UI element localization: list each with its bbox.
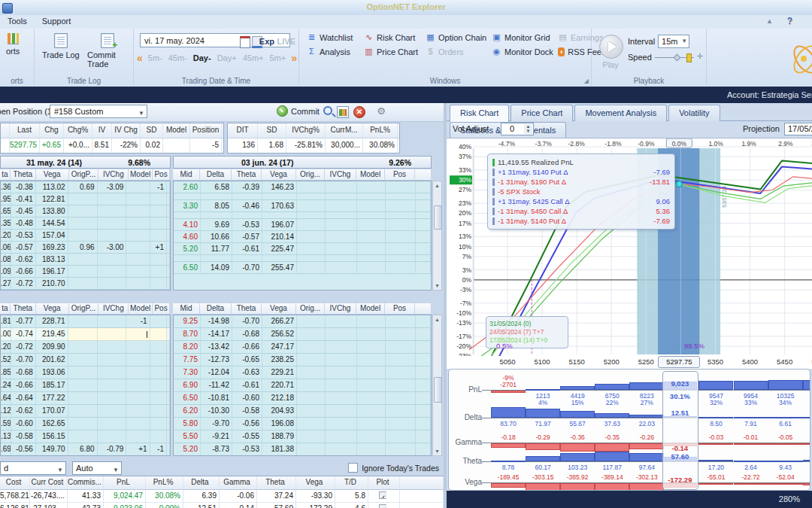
option-cell[interactable] xyxy=(98,278,127,290)
option-cell[interactable]: .08 xyxy=(1,254,11,266)
col-header-Theta[interactable]: Theta xyxy=(11,169,36,181)
option-cell[interactable]: -0.57 xyxy=(232,231,262,243)
option-row[interactable]: .00-0.74219.45 xyxy=(1,328,170,341)
trading-date-input[interactable]: vi. 17 may. 2024 Exp LIVE xyxy=(140,33,290,47)
option-cell[interactable]: -0.70 xyxy=(232,262,262,274)
col-header-Model[interactable]: Model xyxy=(129,169,153,181)
calendar-icon[interactable] xyxy=(240,36,250,48)
calls-scrollbar[interactable]: ▲ ▼ xyxy=(432,181,442,291)
option-cell[interactable] xyxy=(357,341,386,354)
option-row[interactable]: 6.20-10.30-0.58204.93 xyxy=(174,405,431,418)
option-cell[interactable] xyxy=(386,243,416,255)
option-cell[interactable] xyxy=(98,418,127,430)
nav-Day-[interactable]: Day- xyxy=(193,53,211,62)
option-cell[interactable]: -0.65 xyxy=(232,354,262,367)
option-cell[interactable] xyxy=(68,254,98,266)
option-cell[interactable] xyxy=(150,230,167,242)
price-chart-button[interactable]: ▥Price Chart xyxy=(364,47,426,56)
option-cell[interactable]: 256.52 xyxy=(262,328,297,341)
ribbon-collapse-icon[interactable]: ▲ xyxy=(766,17,773,25)
stepper-down-icon[interactable]: ▼ xyxy=(524,129,532,134)
option-cell[interactable]: -0.58 xyxy=(11,430,36,443)
col-header-IVChg[interactable]: IVChg xyxy=(325,169,356,181)
option-cell[interactable]: -0.77 xyxy=(11,315,36,328)
nav-5m-[interactable]: 5m- xyxy=(148,53,162,62)
option-cell[interactable] xyxy=(326,379,357,392)
option-cell[interactable] xyxy=(386,443,416,456)
option-cell[interactable]: 156.15 xyxy=(36,430,68,443)
option-cell[interactable] xyxy=(357,430,386,443)
option-cell[interactable]: 188.79 xyxy=(262,430,297,443)
option-cell[interactable] xyxy=(297,212,326,219)
option-cell[interactable]: -0.62 xyxy=(11,405,36,418)
option-row[interactable]: .12-0.62170.07 xyxy=(1,405,170,418)
option-cell[interactable] xyxy=(386,392,416,405)
option-cell[interactable]: .65 xyxy=(1,205,11,217)
summary-value-cell[interactable]: -25.81% xyxy=(286,138,326,153)
option-cell[interactable]: .09 xyxy=(1,266,11,278)
nav-forward-icon[interactable]: » xyxy=(291,52,297,64)
option-cell[interactable]: -13.42 xyxy=(201,341,232,354)
option-row[interactable]: 8.20-13.42-0.66247.17 xyxy=(174,341,431,354)
option-cell[interactable] xyxy=(326,200,357,212)
option-cell[interactable] xyxy=(150,193,167,205)
option-cell[interactable] xyxy=(68,367,98,379)
option-row[interactable]: 2.606.58-0.39146.23 xyxy=(174,181,431,193)
option-cell[interactable] xyxy=(386,231,416,243)
option-cell[interactable]: 238.25 xyxy=(262,354,297,367)
option-cell[interactable] xyxy=(386,379,416,392)
option-cell[interactable] xyxy=(232,255,262,262)
commit-button[interactable]: Commit xyxy=(277,105,320,117)
option-cell[interactable] xyxy=(68,193,98,205)
option-row[interactable]: .52-0.70201.62 xyxy=(1,354,170,367)
nav-45m-[interactable]: 45m- xyxy=(168,53,187,62)
option-row[interactable]: 5.2011.77-0.61225.47 xyxy=(174,243,431,255)
option-cell[interactable]: .95 xyxy=(1,193,11,205)
col-header-Model[interactable]: Model xyxy=(356,303,385,315)
option-cell[interactable] xyxy=(98,205,127,217)
option-cell[interactable] xyxy=(326,392,357,405)
option-cell[interactable] xyxy=(297,255,326,262)
option-cell[interactable]: 9.69 xyxy=(201,219,232,231)
option-cell[interactable]: -1 xyxy=(126,315,150,328)
totals-row[interactable]: 5,768.21-26,743....41.339,024.4730.08%6.… xyxy=(0,490,444,503)
option-cell[interactable] xyxy=(68,354,98,367)
option-cell[interactable] xyxy=(357,328,386,341)
tab-movement-analysis[interactable]: Movement Analysis xyxy=(574,105,667,121)
option-row[interactable]: .20-0.72209.90 xyxy=(1,341,170,354)
option-cell[interactable] xyxy=(326,243,357,255)
option-cell[interactable]: -11.42 xyxy=(201,379,232,392)
option-cell[interactable]: -0.72 xyxy=(11,341,36,354)
option-cell[interactable]: -0.53 xyxy=(11,230,36,242)
option-row[interactable]: .81-0.77228.71-1 xyxy=(1,315,170,328)
option-cell[interactable] xyxy=(232,193,262,200)
option-cell[interactable]: 5.20 xyxy=(174,443,201,456)
summary-value-cell[interactable]: 8.51 xyxy=(92,138,112,153)
option-cell[interactable]: 5.20 xyxy=(174,243,201,255)
option-cell[interactable] xyxy=(98,405,127,418)
summary-value-cell[interactable]: 136 xyxy=(228,138,258,153)
option-row[interactable]: 5.20-8.73-0.53181.38 xyxy=(174,443,431,456)
summary-value-cell[interactable]: +0.0... xyxy=(64,138,92,153)
monitor-dock-button[interactable]: ◉Monitor Dock xyxy=(492,47,558,56)
nav-5m+[interactable]: 5m+ xyxy=(269,53,286,62)
option-cell[interactable] xyxy=(297,354,326,367)
summary-header-cell[interactable]: IV xyxy=(92,123,112,138)
option-cell[interactable]: 5.50 xyxy=(174,430,201,443)
option-cell[interactable]: -0.61 xyxy=(232,243,262,255)
option-cell[interactable] xyxy=(326,354,357,367)
option-cell[interactable] xyxy=(98,392,127,405)
option-cell[interactable] xyxy=(386,193,416,200)
option-cell[interactable] xyxy=(150,379,167,392)
option-row[interactable]: .06-0.57169.230.96-3.00+1 xyxy=(1,242,170,254)
option-cell[interactable] xyxy=(357,255,386,262)
option-cell[interactable] xyxy=(386,212,416,219)
option-cell[interactable]: -0.72 xyxy=(11,278,36,290)
expiry-header-jun[interactable]: 03 jun. 24 (17) 9.26% xyxy=(173,156,432,169)
option-cell[interactable]: 6.58 xyxy=(201,181,232,193)
option-row[interactable]: .59-0.60162.65 xyxy=(1,418,170,430)
option-cell[interactable] xyxy=(357,193,386,200)
summary-value-cell[interactable]: -22% xyxy=(112,138,141,153)
tab-price-chart[interactable]: Price Chart xyxy=(511,105,573,121)
option-cell[interactable] xyxy=(386,367,416,379)
